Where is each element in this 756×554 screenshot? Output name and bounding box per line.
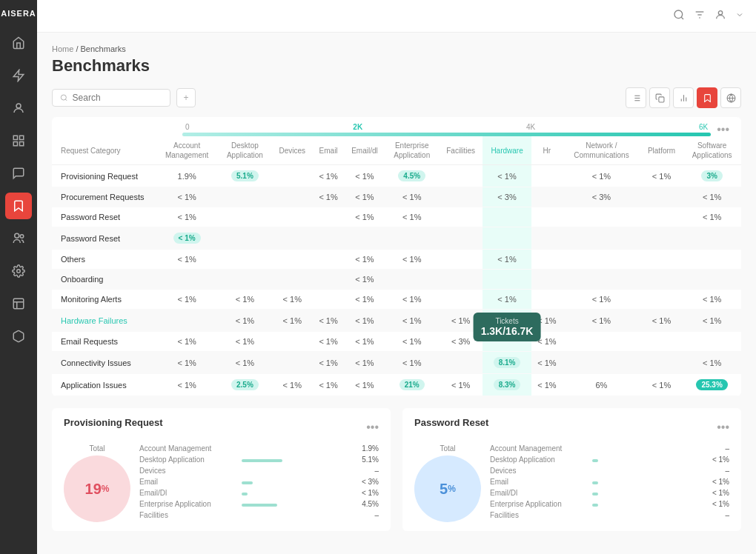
- cell: [272, 227, 313, 250]
- filter-icon[interactable]: [694, 9, 706, 23]
- cell: [156, 310, 218, 332]
- cell: < 1%: [218, 310, 271, 332]
- sidebar-item-user[interactable]: [5, 95, 32, 121]
- search-input[interactable]: [73, 93, 162, 103]
- cell: < 1%: [683, 352, 741, 374]
- legend-provisioning: Account Management 1.9% Desktop Applicat…: [139, 444, 379, 522]
- cell: < 1%: [439, 374, 483, 396]
- search-box[interactable]: [52, 89, 170, 107]
- breadcrumb: Home / Benchmarks: [52, 44, 741, 53]
- cell: < 1%: [683, 187, 741, 207]
- cell: [385, 227, 439, 250]
- cell: < 1%: [385, 290, 439, 310]
- cell: < 1%: [344, 250, 385, 270]
- svg-line-19: [65, 99, 67, 101]
- cell-tooltip: Tickets 1.3K/16.7K: [483, 332, 531, 352]
- sidebar-item-people[interactable]: [5, 225, 32, 252]
- chevron-down-icon[interactable]: [735, 10, 744, 21]
- cell: < 1%: [531, 374, 563, 396]
- cell: [531, 207, 563, 227]
- search-icon[interactable]: [673, 9, 685, 23]
- cell: < 1%: [272, 310, 313, 332]
- row-label-link[interactable]: Hardware Failures: [52, 310, 156, 332]
- legend-val: –: [707, 511, 729, 519]
- cell: < 1%: [683, 310, 741, 332]
- cell: [563, 352, 640, 374]
- svg-rect-2: [13, 136, 17, 139]
- content-area: Home / Benchmarks Benchmarks +: [37, 33, 756, 554]
- cell: < 1%: [313, 310, 344, 332]
- svg-rect-4: [13, 142, 17, 146]
- cell: [272, 187, 313, 207]
- legend-row: Email/Dl < 1%: [490, 489, 729, 497]
- bookmark-view-button[interactable]: [697, 87, 717, 108]
- cell: < 1%: [344, 352, 385, 374]
- user-icon[interactable]: [714, 9, 726, 23]
- duplicate-view-button[interactable]: [649, 87, 670, 108]
- cell: < 1%: [531, 352, 563, 374]
- cell: < 3%: [483, 187, 531, 207]
- legend-val: –: [707, 467, 729, 475]
- circle-label: Total: [89, 444, 105, 453]
- svg-line-13: [681, 17, 683, 19]
- table-row: Hardware Failures < 1% < 1% < 1% < 1% < …: [52, 310, 741, 332]
- cell: [272, 165, 313, 187]
- legend-password: Account Management – Desktop Application…: [490, 444, 729, 522]
- table-row: Application Issues < 1% 2.5% < 1% < 1% <…: [52, 374, 741, 396]
- chart-provisioning: Provisioning Request ••• Total 19% Accou…: [52, 408, 391, 531]
- legend-val: < 1%: [707, 489, 729, 497]
- badge-teal: 25.3%: [696, 379, 727, 390]
- top-nav: [37, 0, 756, 33]
- table-more-options[interactable]: •••: [717, 123, 729, 136]
- cell: < 1%: [483, 165, 531, 187]
- cell: [218, 227, 271, 250]
- cell: [640, 250, 683, 270]
- sidebar-item-chat[interactable]: [5, 160, 32, 187]
- legend-row: Desktop Application 5.1%: [139, 455, 379, 464]
- cell: [563, 207, 640, 227]
- cell: [683, 270, 741, 290]
- tooltip-value: 1.3K/16.7K: [481, 325, 534, 337]
- legend-label: Desktop Application: [490, 455, 586, 464]
- legend-bar: [242, 481, 253, 484]
- cell: [640, 227, 683, 250]
- cell: < 1%: [483, 250, 531, 270]
- legend-val: 5.1%: [357, 455, 379, 464]
- svg-rect-5: [20, 142, 24, 146]
- svg-marker-0: [13, 70, 24, 81]
- legend-val: < 1%: [707, 500, 729, 508]
- sidebar-item-cube[interactable]: [5, 323, 32, 350]
- cell: [563, 270, 640, 290]
- globe-view-button[interactable]: [720, 87, 741, 108]
- cell: [272, 250, 313, 270]
- sidebar-item-layout[interactable]: [5, 290, 32, 317]
- toolbar: +: [52, 87, 741, 108]
- list-view-button[interactable]: [626, 87, 646, 108]
- chart-view-button[interactable]: [673, 87, 694, 108]
- row-label: Application Issues: [52, 374, 156, 396]
- sidebar-item-home[interactable]: [5, 30, 32, 56]
- cell: < 3%: [563, 187, 640, 207]
- cell: [439, 352, 483, 374]
- cell: [439, 227, 483, 250]
- cell: 25.3%: [683, 374, 741, 396]
- sidebar-item-settings[interactable]: [5, 258, 32, 284]
- cell: [640, 352, 683, 374]
- cell: [439, 270, 483, 290]
- cell: < 1%: [640, 165, 683, 187]
- sidebar-item-bookmark[interactable]: [5, 193, 32, 219]
- cell: 8.3%: [483, 374, 531, 396]
- cell: < 1%: [683, 290, 741, 310]
- breadcrumb-home[interactable]: Home: [52, 44, 73, 53]
- chart-provisioning-more[interactable]: •••: [366, 421, 379, 434]
- cell: < 1%: [156, 227, 218, 250]
- col-header-software: SoftwareApplications: [683, 136, 741, 165]
- table-row: Procurement Requests < 1% < 1% < 1% < 1%…: [52, 187, 741, 207]
- badge: 3%: [701, 170, 722, 181]
- sidebar-item-lightning[interactable]: [5, 62, 32, 89]
- sidebar-item-grid[interactable]: [5, 127, 32, 154]
- add-button[interactable]: +: [176, 88, 196, 107]
- badge: 8.3%: [494, 379, 521, 390]
- cell: [218, 250, 271, 270]
- chart-password-more[interactable]: •••: [717, 421, 729, 434]
